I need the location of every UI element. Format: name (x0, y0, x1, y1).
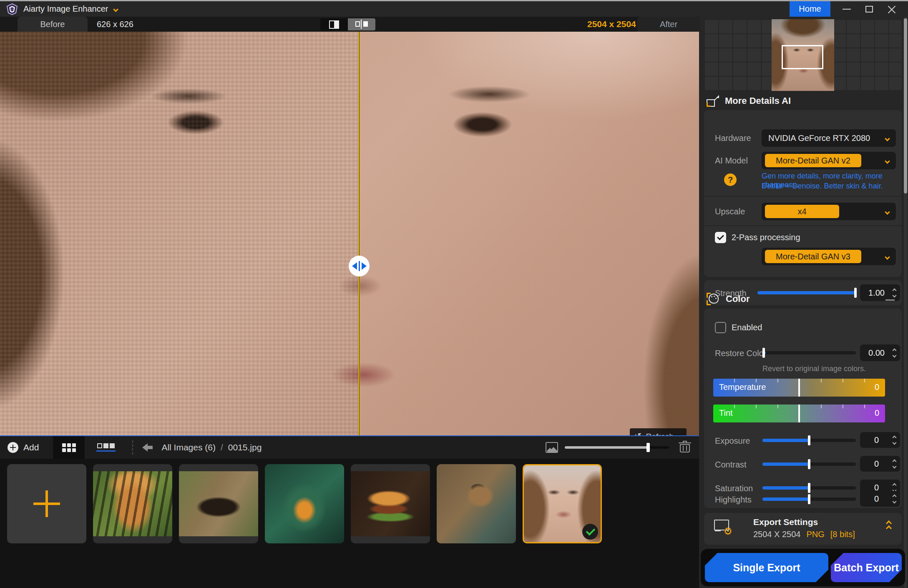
restore-color-handle[interactable] (762, 348, 765, 358)
breadcrumb-all-images[interactable]: All Images (6) (161, 442, 216, 452)
filmstrip (0, 459, 699, 588)
add-button[interactable]: Add (8, 442, 39, 453)
canvas-tools-overlay: ↺ Refresh 100% (630, 428, 687, 435)
refresh-button[interactable]: ↺ Refresh (630, 428, 687, 435)
app-logo-icon (6, 3, 18, 15)
single-view-button[interactable] (320, 18, 348, 30)
add-image-tile[interactable] (7, 464, 86, 543)
thumbnail-steampunk-dog[interactable] (437, 464, 516, 543)
contrast-handle[interactable] (808, 459, 810, 469)
saturation-slider[interactable] (762, 486, 856, 490)
after-tab[interactable]: After (637, 17, 700, 32)
compare-split-line[interactable] (358, 32, 360, 435)
upscale-select[interactable]: x4 (762, 203, 896, 220)
exposure-slider[interactable] (762, 439, 856, 442)
back-button[interactable] (142, 443, 153, 452)
tint-value: 0 (875, 408, 879, 418)
batch-export-button[interactable]: Batch Export (831, 553, 902, 582)
thumbnail-butterfly[interactable] (179, 464, 258, 543)
close-icon (888, 5, 896, 13)
highlights-stepper[interactable] (893, 495, 896, 503)
maximize-icon (865, 6, 873, 13)
color-section-header[interactable]: Color (707, 293, 750, 305)
two-pass-label: 2-Pass processing (732, 233, 800, 242)
color-enabled-label: Enabled (732, 323, 762, 332)
strength-value: 1.00 (860, 288, 893, 298)
thumbnail-terrarium[interactable] (265, 464, 344, 543)
hardware-select[interactable]: NVIDIA GeForce RTX 2080 (762, 129, 896, 147)
contrast-slider[interactable] (762, 462, 856, 466)
tint-bar[interactable]: Tint 0 (713, 405, 885, 422)
title-bar: Aiarty Image Enhancer Home (0, 1, 908, 17)
minimize-button[interactable] (841, 4, 852, 15)
grid-view-button[interactable] (53, 436, 85, 459)
two-pass-checkbox[interactable] (715, 232, 726, 243)
highlights-value-box[interactable]: 0 (860, 491, 900, 507)
compare-split-handle[interactable] (349, 256, 370, 276)
strength-stepper[interactable] (893, 289, 896, 297)
export-size: 2504 X 2504 (753, 530, 800, 539)
navigator-preview[interactable] (704, 19, 902, 91)
thumbnail-size-control (546, 442, 690, 453)
after-size-label: 2504 x 2504 (587, 17, 636, 32)
saturation-stepper[interactable] (893, 484, 896, 492)
contrast-value-box[interactable]: 0 (860, 456, 900, 472)
export-expand-button[interactable] (887, 521, 891, 530)
two-pass-model-select[interactable]: More-Detail GAN v3 (762, 248, 896, 265)
ai-model-select[interactable]: More-Detail GAN v2 (762, 152, 896, 169)
strength-slider-handle[interactable] (854, 288, 857, 298)
hardware-value: NVIDIA GeForce RTX 2080 (768, 133, 870, 143)
strength-value-box[interactable]: 1.00 (860, 284, 900, 301)
more-details-panel: Hardware NVIDIA GeForce RTX 2080 AI Mode… (704, 110, 902, 277)
single-view-icon (329, 20, 339, 29)
temperature-label: Temperature (719, 382, 766, 392)
maximize-button[interactable] (864, 4, 875, 15)
restore-color-slider[interactable] (762, 351, 856, 354)
tint-marker[interactable] (798, 405, 800, 422)
delete-button[interactable] (680, 442, 690, 453)
filmstrip-view-button[interactable] (91, 436, 121, 459)
split-arrow-left-icon (352, 262, 357, 270)
app-menu-chevron-icon[interactable] (114, 5, 118, 13)
sidebar-scrollbar-thumb[interactable] (904, 18, 907, 193)
thumbnail-girl-selected[interactable] (523, 464, 602, 543)
restore-color-value-box[interactable]: 0.00 (860, 344, 900, 361)
image-compare-canvas[interactable]: ↺ Refresh 100% (0, 32, 699, 435)
temperature-bar[interactable]: Temperature 0 (713, 379, 885, 397)
breadcrumb-separator: / (221, 442, 223, 452)
close-button[interactable] (886, 4, 897, 15)
exposure-value-box[interactable]: 0 (860, 432, 900, 448)
thumbnail-size-handle[interactable] (646, 443, 650, 452)
thumbnail-size-slider[interactable] (565, 446, 669, 449)
temperature-marker[interactable] (798, 379, 800, 397)
more-details-section-header[interactable]: More Details AI (707, 95, 791, 107)
navigator-viewport-box[interactable] (782, 45, 823, 69)
before-tab[interactable]: Before (18, 17, 88, 32)
color-collapse-button[interactable] (885, 299, 895, 301)
split-view-button[interactable] (348, 18, 375, 30)
thumbnail-burger[interactable] (351, 464, 430, 543)
exposure-stepper[interactable] (893, 436, 896, 444)
export-settings-panel[interactable]: ⚙ Export Settings 2504 X 2504 PNG [8 bit… (704, 513, 902, 545)
split-view-icon (355, 20, 368, 29)
compare-view-bar: Before 626 x 626 2504 x 2504 After (0, 17, 699, 32)
thumbnail-tiger[interactable] (93, 464, 172, 543)
highlights-handle[interactable] (808, 494, 810, 504)
minimize-icon (843, 9, 851, 10)
two-pass-chevron-icon (885, 253, 889, 261)
app-title: Aiarty Image Enhancer (23, 4, 108, 14)
highlights-slider[interactable] (762, 498, 856, 501)
contrast-stepper[interactable] (893, 460, 896, 468)
hardware-label: Hardware (715, 133, 751, 143)
saturation-handle[interactable] (808, 483, 810, 493)
strength-slider[interactable] (757, 291, 857, 294)
single-export-button[interactable]: Single Export (705, 553, 828, 582)
exposure-handle[interactable] (808, 435, 810, 445)
ai-model-label: AI Model (715, 156, 748, 166)
restore-color-stepper[interactable] (893, 349, 896, 357)
color-enabled-checkbox[interactable] (715, 322, 726, 333)
help-icon[interactable]: ? (724, 173, 737, 186)
export-settings-title: Export Settings (753, 517, 818, 527)
temperature-value: 0 (875, 382, 879, 392)
home-button[interactable]: Home (790, 1, 830, 17)
